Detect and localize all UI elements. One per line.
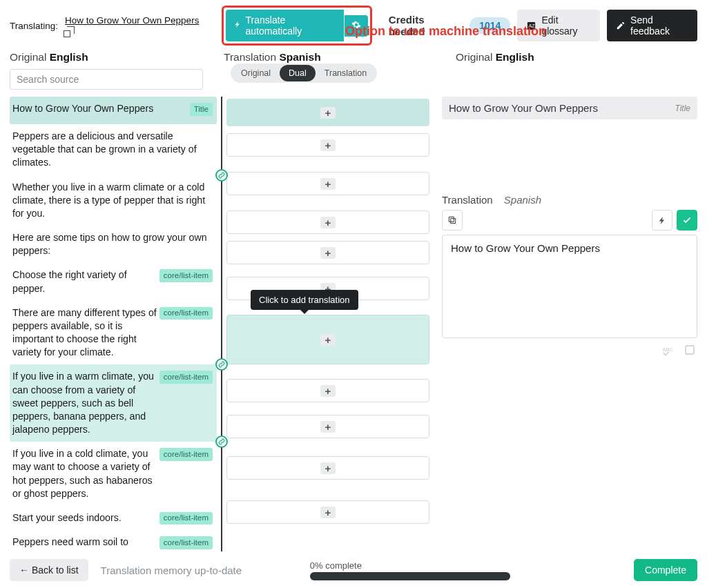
viewmode-original[interactable]: Original: [232, 65, 280, 81]
plus-icon: +: [320, 462, 336, 474]
expand-icon[interactable]: [682, 342, 697, 357]
detail-original-text: How to Grow Your Own Peppers: [449, 102, 598, 114]
spellcheck-icon[interactable]: ABC: [660, 342, 675, 357]
svg-rect-5: [686, 346, 694, 354]
detail-original-title-box: How to Grow Your Own Peppers Title: [442, 97, 697, 119]
translation-target-box[interactable]: +: [226, 241, 429, 264]
source-segment[interactable]: Start your seeds indoors.core/list-item: [10, 506, 217, 531]
segment-link-icon[interactable]: [215, 169, 228, 182]
translation-target-box[interactable]: +: [226, 456, 429, 480]
source-segment-text: If you live in a cold climate, you may w…: [12, 447, 159, 500]
search-source-input[interactable]: Search source: [10, 69, 203, 90]
source-segment-text: Start your seeds indoors.: [12, 511, 159, 525]
segment-tag: Title: [190, 103, 213, 116]
add-translation-tooltip: Click to add translation: [251, 290, 358, 310]
pencil-icon: [616, 21, 626, 30]
plus-icon: +: [320, 107, 336, 119]
document-title-link[interactable]: How to Grow Your Own Peppers: [65, 14, 202, 37]
original-language-label: Original English: [10, 51, 217, 63]
plus-icon: +: [320, 217, 336, 228]
translate-automatically-button[interactable]: Translate automatically: [226, 10, 344, 41]
machine-translate-segment-button[interactable]: [652, 210, 672, 231]
send-feedback-label: Send feedback: [630, 14, 688, 37]
translation-target-box[interactable]: +: [226, 133, 429, 157]
source-segment[interactable]: Here are some tips on how to grow your o…: [10, 226, 217, 263]
source-segment-text: Whether you live in a warm climate or a …: [12, 181, 213, 221]
translation-edit-textarea[interactable]: How to Grow Your Own Peppers: [442, 235, 697, 338]
plus-icon: +: [320, 247, 336, 259]
detail-original-language-label: Original English: [456, 51, 697, 63]
translation-target-box[interactable]: +: [226, 210, 429, 234]
translation-target-box[interactable]: +: [226, 315, 429, 364]
source-segment[interactable]: If you live in a warm climate, you can c…: [10, 364, 217, 442]
detail-translation-language-label: Translation Spanish: [442, 194, 697, 206]
translation-target-box[interactable]: +: [226, 379, 429, 402]
source-segment-text: Choose the right variety of pepper.: [12, 268, 159, 295]
complete-button[interactable]: Complete: [634, 559, 697, 581]
svg-rect-2: [451, 219, 456, 224]
source-segment[interactable]: If you live in a cold climate, you may w…: [10, 442, 217, 506]
back-to-list-button[interactable]: ← Back to list: [10, 559, 88, 581]
copy-source-button[interactable]: [442, 210, 463, 231]
plus-icon: +: [320, 139, 336, 151]
view-mode-toggle: Original Dual Translation: [231, 63, 377, 83]
segment-tag: core/list-item: [159, 269, 213, 282]
translating-label: Translating:: [10, 21, 58, 31]
plus-icon: +: [320, 334, 336, 346]
source-segment-text: How to Grow Your Own Peppers: [12, 102, 190, 115]
document-title-text: How to Grow Your Own Peppers: [65, 15, 199, 26]
plus-icon: +: [320, 507, 336, 518]
plus-icon: +: [320, 421, 336, 433]
segment-tag: core/list-item: [159, 512, 213, 525]
edit-glossary-label: Edit glossary: [541, 14, 591, 37]
translation-target-box[interactable]: +: [226, 500, 429, 524]
send-feedback-button[interactable]: Send feedback: [607, 10, 697, 41]
detail-title-tag: Title: [675, 104, 690, 113]
source-segment-text: There are many different types of pepper…: [12, 306, 159, 360]
bolt-icon: [234, 21, 242, 30]
source-segment-text: Here are some tips on how to grow your o…: [12, 231, 213, 257]
translation-target-box[interactable]: +: [226, 172, 429, 195]
translation-target-box[interactable]: +: [226, 415, 429, 438]
progress-bar: [310, 572, 510, 580]
svg-rect-3: [449, 217, 454, 222]
viewmode-dual[interactable]: Dual: [280, 65, 316, 81]
translation-language-label: Translation Spanish: [224, 51, 321, 63]
translation-target-box[interactable]: +: [226, 99, 429, 126]
progress-indicator: 0% complete: [310, 560, 510, 580]
source-segment-text: If you live in a warm climate, you can c…: [12, 370, 159, 436]
source-segment-text: Peppers are a delicious and versatile ve…: [12, 130, 213, 170]
viewmode-translation[interactable]: Translation: [316, 65, 376, 81]
annotation-text: Option to use machine translation: [345, 24, 546, 39]
segment-tag: core/list-item: [159, 307, 213, 320]
segment-tag: core/list-item: [159, 371, 213, 384]
plus-icon: +: [320, 385, 336, 397]
translation-memory-status: Translation memory up-to-date: [101, 565, 242, 576]
source-segment[interactable]: Choose the right variety of pepper.core/…: [10, 263, 217, 300]
source-segment[interactable]: How to Grow Your Own PeppersTitle: [10, 97, 217, 124]
source-segment[interactable]: There are many different types of pepper…: [10, 301, 217, 365]
plus-icon: +: [320, 178, 336, 190]
source-segment[interactable]: Whether you live in a warm climate or a …: [10, 175, 217, 226]
translate-automatically-label: Translate automatically: [246, 14, 336, 37]
confirm-segment-button[interactable]: [677, 210, 697, 231]
external-link-icon: [67, 26, 75, 34]
svg-text:ABC: ABC: [663, 346, 674, 353]
progress-label: 0% complete: [310, 560, 510, 571]
source-segment[interactable]: Peppers are a delicious and versatile ve…: [10, 124, 217, 175]
segment-tag: core/list-item: [159, 448, 213, 461]
segment-tag: core/list-item: [159, 536, 213, 549]
